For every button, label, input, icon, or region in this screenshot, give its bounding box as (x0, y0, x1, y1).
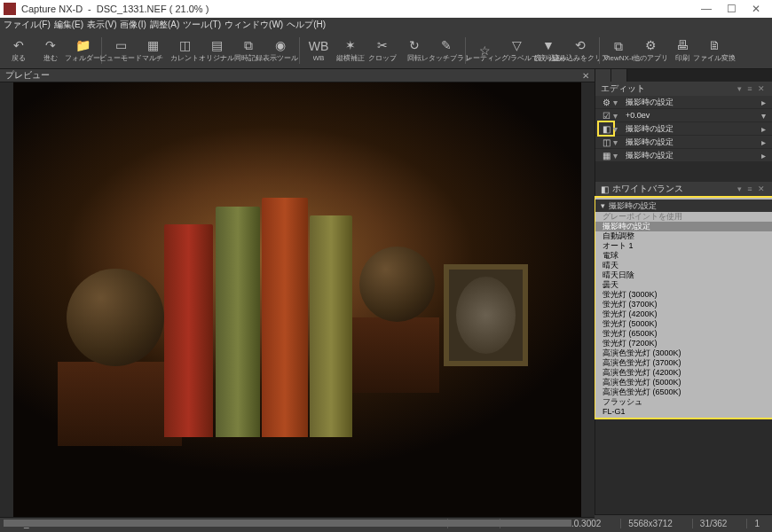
tool-icon: ✎ (441, 37, 452, 53)
chevron-down-icon: ▾ (613, 124, 624, 134)
wb-option[interactable]: 蛍光灯 (3700K) (595, 300, 772, 309)
tool-ビューモード[interactable]: ▭ビューモード (106, 34, 136, 67)
row-label: +0.0ev (624, 111, 758, 120)
row-label: 撮影時の設定 (624, 137, 758, 148)
wb-option[interactable]: 自動調整 (595, 231, 772, 241)
chevron-down-icon: ▾ (613, 111, 624, 121)
menu-item[interactable]: ファイル(F) (4, 19, 51, 31)
wb-option[interactable]: 晴天 (595, 261, 772, 270)
close-button[interactable]: ✕ (744, 3, 768, 15)
menu-item[interactable]: 調整(A) (150, 19, 179, 31)
row-icon: ⚙ (599, 96, 613, 108)
tool-label: フォルダー (65, 53, 100, 63)
toolbar: ↶戻る↷進む📁フォルダー▭ビューモード▦マルチ◫カレント▤オリジナル⧉同時記録◉… (0, 32, 772, 69)
tool-縦横補正[interactable]: ✶縦横補正 (335, 34, 366, 67)
tab-meta[interactable] (611, 69, 627, 82)
tool-ViewNX-i[interactable]: ⧉ViewNX-i (603, 34, 634, 67)
edit-title-label: エディット (601, 82, 645, 95)
menu-item[interactable]: ヘルプ(H) (287, 19, 326, 31)
wb-option[interactable]: オート 1 (595, 241, 772, 251)
tool-他のアプリ[interactable]: ⚙他のアプリ (635, 34, 666, 67)
wb-option[interactable]: 電球 (595, 251, 772, 261)
wb-option[interactable]: FL-G1 (595, 407, 772, 416)
wb-option[interactable]: 蛍光灯 (4200K) (595, 309, 772, 319)
tool-カレント[interactable]: ◫カレント (169, 34, 200, 67)
wb-option-list: グレーポイントを使用撮影時の設定自動調整オート 1電球晴天晴天日陰曇天蛍光灯 (… (595, 212, 772, 416)
wb-option[interactable]: 高演色蛍光灯 (3000K) (595, 348, 772, 358)
row-marker: ▸ (758, 98, 768, 107)
wb-option[interactable]: 撮影時の設定 (595, 222, 772, 231)
wb-panel-controls[interactable]: ▾ ≡ ✕ (737, 184, 767, 193)
menu-bar: ファイル(F)編集(E)表示(V)画像(I)調整(A)ツール(T)ウィンドウ(W… (0, 18, 772, 32)
tool-ファイル変換[interactable]: 🗎ファイル変換 (699, 34, 729, 67)
wb-option[interactable]: 高演色蛍光灯 (6500K) (595, 387, 772, 397)
row-icon: ◫ (599, 136, 613, 148)
tool-フォルダー[interactable]: 📁フォルダー (67, 34, 98, 67)
tool-label: 進む (43, 53, 58, 63)
maximize-button[interactable]: ☐ (719, 3, 744, 15)
menu-item[interactable]: 画像(I) (120, 19, 146, 31)
menu-item[interactable]: 表示(V) (87, 19, 116, 31)
tool-icon: ◉ (275, 37, 286, 53)
wb-option[interactable]: 高演色蛍光灯 (4200K) (595, 368, 772, 378)
wb-option[interactable]: 曇天 (595, 280, 772, 290)
preview-header: プレビュー ✕ (0, 69, 595, 82)
tool-WB[interactable]: WBWB (303, 34, 334, 67)
tool-icon: ⚙ (645, 37, 657, 53)
wb-option[interactable]: 蛍光灯 (7200K) (595, 339, 772, 348)
minimize-button[interactable]: — (694, 3, 719, 15)
tool-レーティング/ラベルで絞り込み[interactable]: ▽レーティング/ラベルで絞り込み (501, 34, 532, 67)
wb-option[interactable]: グレーポイントを使用 (595, 212, 772, 222)
tool-戻る[interactable]: ↶戻る (4, 34, 34, 67)
tool-オリジナル[interactable]: ▤オリジナル (201, 34, 232, 67)
tool-label: ViewNX-i (604, 54, 634, 62)
preview-close-icon[interactable]: ✕ (582, 71, 589, 81)
tool-同時記録[interactable]: ⧉同時記録 (233, 34, 264, 67)
edit-row[interactable]: ◫▾撮影時の設定▸ (595, 136, 772, 149)
tab-edit[interactable] (595, 69, 611, 82)
tool-icon: ↻ (409, 37, 420, 53)
preview-canvas[interactable] (0, 82, 595, 517)
tool-マルチ[interactable]: ▦マルチ (138, 34, 168, 67)
chevron-down-icon: ▾ (613, 151, 624, 160)
tool-レタッチブラシ[interactable]: ✎レタッチブラシ (431, 34, 461, 67)
menu-item[interactable]: ウィンドウ(W) (225, 19, 283, 31)
edit-row[interactable]: ◧▾撮影時の設定▸ (595, 122, 772, 136)
edit-row[interactable]: ▦▾撮影時の設定▸ (595, 149, 772, 162)
tool-label: 縦横補正 (336, 53, 365, 63)
white-balance-panel: ▾ 撮影時の設定 グレーポイントを使用撮影時の設定自動調整オート 1電球晴天晴天… (595, 198, 772, 418)
tool-進む[interactable]: ↷進む (35, 34, 66, 67)
wb-panel-title: ◧ ホワイトバランス ▾ ≡ ✕ (595, 182, 772, 196)
tool-icon: ✶ (345, 37, 356, 53)
tool-icon: ▼ (542, 37, 555, 53)
wb-dropdown-header[interactable]: ▾ 撮影時の設定 (595, 200, 772, 212)
tool-label: WB (313, 54, 325, 62)
edit-row[interactable]: ☑▾+0.0ev▾ (595, 109, 772, 122)
row-icon: ◧ (599, 122, 613, 135)
tool-絞り込みをクリア[interactable]: ⟲絞り込みをクリア (565, 34, 595, 67)
wb-option[interactable]: フラッシュ (595, 397, 772, 407)
wb-option[interactable]: 蛍光灯 (3000K) (595, 290, 772, 300)
tool-label: 表示ツール (263, 53, 298, 63)
wb-option[interactable]: 晴天日陰 (595, 270, 772, 280)
tool-label: 同時記録 (234, 53, 263, 63)
wb-option[interactable]: 高演色蛍光灯 (5000K) (595, 378, 772, 387)
menu-item[interactable]: ツール(T) (183, 19, 221, 31)
tool-表示ツール[interactable]: ◉表示ツール (265, 34, 295, 67)
tool-label: 他のアプリ (633, 53, 668, 63)
wb-option[interactable]: 蛍光灯 (5000K) (595, 319, 772, 329)
tool-icon: WB (309, 38, 329, 54)
horizontal-scrollbar[interactable] (0, 517, 595, 518)
tool-icon: ↷ (45, 37, 56, 53)
wb-option[interactable]: 高演色蛍光灯 (3700K) (595, 358, 772, 368)
wb-option[interactable]: 蛍光灯 (6500K) (595, 329, 772, 339)
panel-tabs[interactable] (595, 69, 772, 82)
row-icon: ☑ (599, 109, 613, 121)
status-counter: 31/362 (692, 519, 735, 528)
tool-クロップ[interactable]: ✂クロップ (367, 34, 398, 67)
edit-row[interactable]: ⚙▾撮影時の設定▸ (595, 96, 772, 109)
menu-item[interactable]: 編集(E) (54, 19, 83, 31)
tool-icon: 📁 (75, 37, 91, 53)
app-icon (4, 3, 16, 15)
panel-controls[interactable]: ▾ ≡ ✕ (737, 84, 767, 93)
